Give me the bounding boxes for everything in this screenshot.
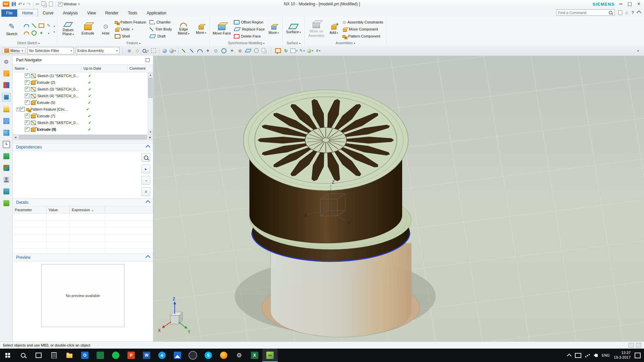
- menu-button[interactable]: Menu: [2, 48, 25, 54]
- sketch-group-expanders[interactable]: [54, 18, 55, 41]
- work-on-assembly-button[interactable]: Work on Assembly: [307, 18, 326, 41]
- history-icon[interactable]: [2, 140, 10, 148]
- assembly-constraints-button[interactable]: Assembly Constraints: [341, 19, 384, 25]
- add-component-button[interactable]: Add: [327, 18, 340, 41]
- redo-button[interactable]: [27, 1, 31, 7]
- snap-point-icon[interactable]: [134, 47, 141, 54]
- tab-application[interactable]: Application: [142, 9, 171, 17]
- quadrant-point-icon[interactable]: [220, 47, 228, 54]
- feature-row[interactable]: Sketch (1) "SKETCH_0...: [13, 72, 153, 79]
- details-column-value[interactable]: Value: [47, 206, 70, 213]
- constraint-navigator-icon[interactable]: [2, 81, 10, 89]
- scroll-up-icon[interactable]: ▲: [148, 72, 153, 77]
- shaded-view-icon[interactable]: [161, 47, 168, 54]
- column-name[interactable]: Name: [13, 65, 82, 72]
- task-view-button[interactable]: [31, 349, 46, 362]
- feature-checkbox[interactable]: [25, 73, 30, 78]
- feature-checkbox[interactable]: [25, 127, 30, 132]
- recent-commands-icon[interactable]: [618, 10, 622, 15]
- dependencies-back-button[interactable]: ◂: [142, 176, 150, 185]
- feature-row[interactable]: Extrude (5): [13, 99, 153, 106]
- fan-disc[interactable]: [244, 90, 408, 190]
- line-tool-icon[interactable]: [180, 47, 187, 54]
- endpoint-icon[interactable]: [188, 47, 196, 54]
- feature-checkbox[interactable]: [25, 114, 30, 118]
- chamfer-button[interactable]: Chamfer: [148, 19, 173, 25]
- column-comment[interactable]: Comment: [127, 65, 153, 72]
- edge-button[interactable]: e: [154, 349, 170, 362]
- minimize-button[interactable]: [619, 4, 623, 4]
- float-panel-icon[interactable]: [146, 58, 150, 62]
- datum-plane-button[interactable]: Datum Plane: [59, 18, 77, 41]
- vertical-scrollbar[interactable]: ▲ ▼: [148, 72, 153, 134]
- group-label-synchronous-modeling[interactable]: Synchronous Modeling: [210, 41, 282, 46]
- point-icon[interactable]: [38, 29, 45, 37]
- scrollbar-thumb[interactable]: [19, 135, 147, 139]
- nx-app-button[interactable]: NX: [262, 349, 278, 362]
- model-canvas[interactable]: X Y Z Z X Y: [154, 56, 644, 342]
- bounded-plane-icon[interactable]: [245, 47, 252, 54]
- marquee-select-icon[interactable]: [150, 47, 157, 54]
- line-icon[interactable]: [30, 22, 38, 29]
- horizontal-scrollbar[interactable]: ◀ ▶: [13, 134, 153, 140]
- details-header[interactable]: Details: [13, 198, 153, 206]
- preview-header[interactable]: Preview: [13, 253, 153, 261]
- network-tray-icon[interactable]: [585, 354, 590, 357]
- shell-button[interactable]: Shell: [114, 33, 147, 40]
- arc-center-icon[interactable]: [212, 47, 220, 54]
- photos-button[interactable]: [170, 349, 185, 362]
- extrude-button[interactable]: Extrude: [78, 18, 98, 41]
- more-sketch-tools-icon[interactable]: [45, 29, 52, 37]
- roles-gear-icon[interactable]: [2, 58, 10, 66]
- unite-button[interactable]: Unite: [114, 26, 147, 33]
- feature-row[interactable]: Sketch (3) "SKETCH_0...: [13, 86, 153, 93]
- toolbar-overflow-icon[interactable]: ▸: [635, 47, 642, 54]
- language-indicator[interactable]: ENG: [602, 353, 610, 357]
- feature-row[interactable]: Sketch (4) "SKETCH_0...: [13, 93, 153, 99]
- sync-more-button[interactable]: More: [267, 18, 280, 41]
- profile-icon[interactable]: [23, 22, 30, 29]
- display-tray-icon[interactable]: [575, 353, 581, 358]
- touch-mode-icon[interactable]: [2, 199, 10, 207]
- save-button[interactable]: [12, 2, 16, 6]
- scroll-left-icon[interactable]: ◀: [13, 134, 18, 140]
- calculator-button[interactable]: [46, 349, 62, 362]
- work-layer-icon[interactable]: [636, 343, 641, 348]
- refresh-icon[interactable]: [282, 47, 290, 54]
- replace-face-button[interactable]: Replace Face: [233, 26, 266, 33]
- datum-axis-icon[interactable]: [253, 47, 260, 54]
- tab-view[interactable]: View: [83, 9, 101, 17]
- roles-icon[interactable]: [2, 176, 10, 184]
- tab-curve[interactable]: Curve: [38, 9, 58, 17]
- selection-scope-dropdown[interactable]: Entire Assembly: [76, 47, 119, 54]
- feature-row-current[interactable]: Extrude (9): [13, 126, 153, 133]
- studio-spline-icon[interactable]: [45, 22, 52, 29]
- notepad-button[interactable]: [93, 349, 108, 362]
- selection-filter-dropdown[interactable]: No Selection Filter: [28, 47, 74, 54]
- chat-app-button[interactable]: [185, 349, 201, 362]
- effects-icon[interactable]: [315, 47, 322, 54]
- file-explorer-button[interactable]: [62, 349, 77, 362]
- sphere-style-icon[interactable]: [307, 47, 314, 54]
- skype-button[interactable]: S: [201, 349, 216, 362]
- edge-blend-button[interactable]: Edge Blend: [174, 18, 193, 41]
- dependencies-header[interactable]: Dependencies: [13, 143, 153, 151]
- web-browser-icon[interactable]: [2, 129, 10, 137]
- tab-render[interactable]: Render: [101, 9, 123, 17]
- firefox-button[interactable]: [216, 349, 231, 362]
- tab-file[interactable]: File: [1, 9, 17, 17]
- close-button[interactable]: ✕: [637, 2, 641, 6]
- scroll-right-icon[interactable]: ▶: [148, 134, 153, 140]
- dependencies-list-button[interactable]: [142, 187, 150, 196]
- feature-row[interactable]: Pattern Feature [Circ...: [13, 106, 153, 113]
- minimize-ribbon-icon[interactable]: [637, 10, 641, 15]
- fillet-icon[interactable]: [23, 29, 30, 37]
- feature-checkbox[interactable]: [20, 107, 25, 112]
- taskbar-search-button[interactable]: [15, 349, 31, 362]
- help-icon[interactable]: [632, 10, 634, 15]
- group-label-assemblies[interactable]: Assemblies: [305, 41, 386, 46]
- select-options-icon[interactable]: [142, 47, 149, 54]
- column-up-to-date[interactable]: Up to Date: [82, 65, 127, 72]
- feature-checkbox[interactable]: [25, 80, 30, 85]
- rectangle-icon[interactable]: [38, 22, 45, 29]
